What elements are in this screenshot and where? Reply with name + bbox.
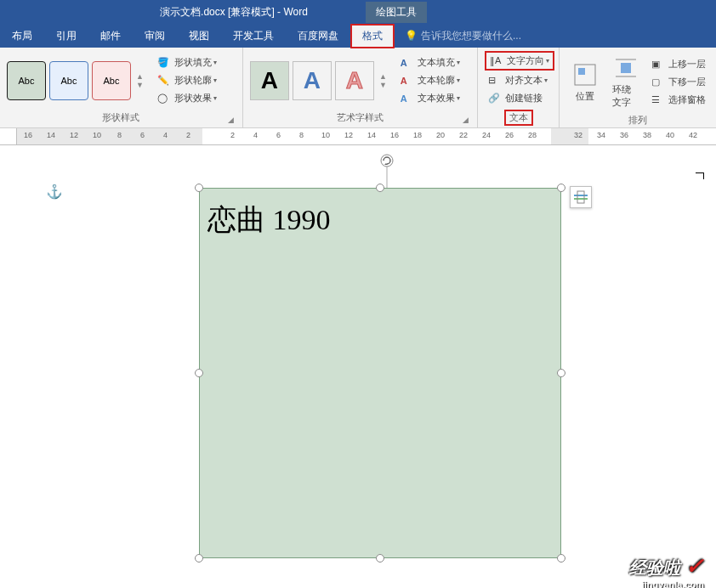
text-effects-button[interactable]: A 文本效果▾ <box>397 90 463 106</box>
tell-me-placeholder: 告诉我您想要做什么... <box>421 29 521 43</box>
text-outline-button[interactable]: A 文本轮廓▾ <box>397 72 463 88</box>
group-arrange: 位置 环绕文字 ▣ 上移一层 ▢ 下移一层 ☰ 选择窗格 <box>560 48 716 127</box>
svg-rect-9 <box>574 198 588 200</box>
align-text-button[interactable]: ⊟ 对齐文本▾ <box>485 72 551 88</box>
position-button[interactable]: 位置 <box>566 58 604 106</box>
text-outline-icon: A <box>401 76 414 86</box>
tab-format-active[interactable]: 格式 <box>350 24 395 48</box>
link-icon: 🔗 <box>488 93 502 104</box>
shape-rectangle[interactable]: 恋曲 1990 <box>199 188 561 558</box>
tab-view[interactable]: 视图 <box>177 24 221 48</box>
tab-review[interactable]: 审阅 <box>133 24 177 48</box>
align-text-icon: ⊟ <box>488 75 502 86</box>
shape-text-content[interactable]: 恋曲 1990 <box>207 201 331 240</box>
watermark-url: jingyanla.com <box>642 580 704 588</box>
menu-bar: 布局 引用 邮件 审阅 视图 开发工具 百度网盘 格式 💡 告诉我您想要做什么.… <box>0 24 716 48</box>
check-icon: ✓ <box>685 553 704 579</box>
wordart-preset-2[interactable]: A <box>293 61 332 100</box>
svg-rect-8 <box>574 195 588 196</box>
text-fill-icon: A <box>401 58 414 68</box>
group-shape-styles: Abc Abc Abc ▲▼ 🪣 形状填充▾ ✏️ 形状轮廓▾ ◯ 形状效果▾ <box>0 48 243 127</box>
watermark-logo: 经验啦 ✓ <box>629 553 704 580</box>
wrap-text-icon <box>612 54 639 82</box>
resize-handle-tm[interactable] <box>376 184 384 192</box>
resize-handle-ml[interactable] <box>195 369 203 377</box>
anchor-icon: ⚓ <box>46 184 63 200</box>
tab-baidu[interactable]: 百度网盘 <box>286 24 350 48</box>
selected-shape[interactable]: 恋曲 1990 <box>199 188 561 558</box>
selection-pane-button[interactable]: ☰ 选择窗格 <box>648 92 709 108</box>
ruler-corner <box>0 128 17 144</box>
shape-fill-button[interactable]: 🪣 形状填充▾ <box>154 54 220 71</box>
resize-handle-bl[interactable] <box>195 554 203 563</box>
window-title: 演示文档.docx [兼容模式] - Word <box>0 5 366 20</box>
wrap-text-button[interactable]: 环绕文字 <box>607 51 645 112</box>
wordart-gallery-expand[interactable]: ▲▼ <box>379 72 387 89</box>
pencil-icon: ✏️ <box>157 75 171 86</box>
layout-options-icon <box>573 189 588 205</box>
resize-handle-tr[interactable] <box>557 184 565 192</box>
title-bar: 演示文档.docx [兼容模式] - Word 绘图工具 <box>0 0 716 24</box>
resize-handle-bm[interactable] <box>376 554 384 563</box>
group-wordart-styles: A A A ▲▼ A 文本填充▾ A 文本轮廓▾ A 文本效果▾ 艺术字样式 <box>243 48 478 127</box>
tab-references[interactable]: 引用 <box>44 24 88 48</box>
selection-pane-icon: ☰ <box>651 94 665 105</box>
position-icon <box>571 61 599 88</box>
tab-layout[interactable]: 布局 <box>0 24 44 48</box>
bulb-icon: 💡 <box>405 30 418 42</box>
effects-icon: ◯ <box>157 93 171 104</box>
group-label-wordart-styles: 艺术字样式 ◢ <box>250 110 470 126</box>
document-canvas[interactable]: ⚓ 恋曲 1990 经验啦 ✓ jingyanla.com <box>0 145 716 588</box>
resize-handle-br[interactable] <box>557 554 565 563</box>
text-effects-icon: A <box>401 93 414 104</box>
text-fill-button[interactable]: A 文本填充▾ <box>397 54 463 71</box>
ribbon: Abc Abc Abc ▲▼ 🪣 形状填充▾ ✏️ 形状轮廓▾ ◯ 形状效果▾ <box>0 48 716 128</box>
resize-handle-mr[interactable] <box>557 369 565 377</box>
layout-options-button[interactable] <box>570 186 592 208</box>
shape-effects-button[interactable]: ◯ 形状效果▾ <box>154 90 220 106</box>
group-text: ‖A 文字方向▾ ⊟ 对齐文本▾ 🔗 创建链接 文本 <box>478 48 560 127</box>
tab-developer[interactable]: 开发工具 <box>221 24 286 48</box>
context-tab-label: 绘图工具 <box>366 2 427 23</box>
group-label-shape-styles: 形状样式 ◢ <box>7 110 236 126</box>
shape-style-preset-3[interactable]: Abc <box>92 61 131 100</box>
bring-forward-button[interactable]: ▣ 上移一层 <box>648 56 709 72</box>
svg-rect-1 <box>578 68 585 75</box>
text-direction-button[interactable]: ‖A 文字方向▾ <box>485 51 554 71</box>
bring-forward-icon: ▣ <box>651 59 665 70</box>
send-backward-button[interactable]: ▢ 下移一层 <box>648 74 709 90</box>
dialog-launcher-icon[interactable]: ◢ <box>463 116 469 124</box>
svg-rect-10 <box>577 191 584 203</box>
shape-style-preset-2[interactable]: Abc <box>49 61 88 100</box>
shape-outline-button[interactable]: ✏️ 形状轮廓▾ <box>154 72 220 88</box>
paint-bucket-icon: 🪣 <box>157 57 171 68</box>
group-label-arrange: 排列 <box>566 112 709 128</box>
wordart-preset-1[interactable]: A <box>250 61 289 100</box>
wordart-preset-3[interactable]: A <box>335 61 374 100</box>
tell-me-search[interactable]: 💡 告诉我您想要做什么... <box>405 29 521 43</box>
ruler-horizontal[interactable]: 16 14 12 10 8 6 4 2 2 4 6 8 10 12 14 16 … <box>0 128 716 145</box>
resize-handle-tl[interactable] <box>195 184 203 192</box>
shape-style-preset-1[interactable]: Abc <box>7 61 46 100</box>
tab-mailings[interactable]: 邮件 <box>88 24 133 48</box>
group-label-text: 文本 <box>504 110 533 126</box>
send-backward-icon: ▢ <box>651 76 665 88</box>
margin-marker <box>696 172 704 179</box>
svg-rect-2 <box>621 63 631 73</box>
dialog-launcher-icon[interactable]: ◢ <box>228 116 234 124</box>
text-direction-icon: ‖A <box>490 55 503 66</box>
shape-style-gallery-expand[interactable]: ▲▼ <box>136 72 144 89</box>
create-link-button[interactable]: 🔗 创建链接 <box>485 90 546 106</box>
